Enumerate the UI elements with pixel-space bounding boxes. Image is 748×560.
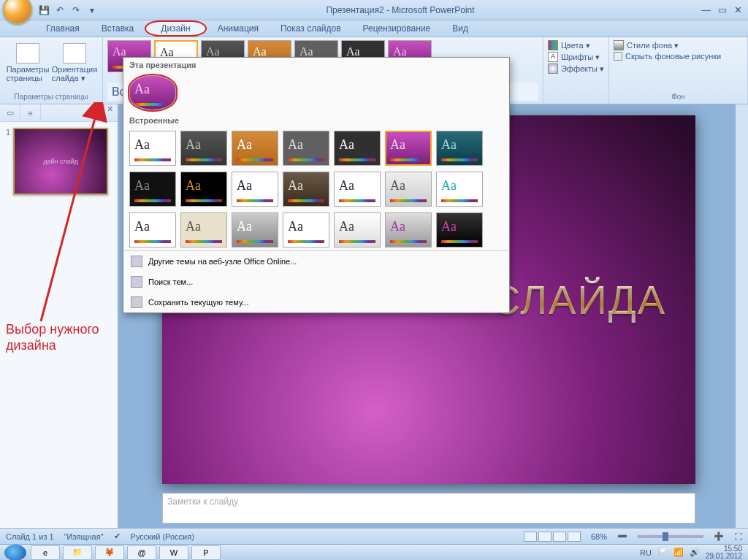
undo-icon[interactable]: ↶ (53, 3, 67, 18)
theme-option[interactable]: Aa (232, 172, 278, 207)
tray-lang[interactable]: RU (640, 548, 652, 557)
tab-design[interactable]: Дизайн (145, 20, 206, 37)
globe-icon (131, 256, 142, 267)
view-buttons[interactable] (524, 532, 581, 542)
tab-animation[interactable]: Анимация (207, 20, 270, 37)
theme-option[interactable]: Aa (283, 172, 329, 207)
tray-clock[interactable]: 15:50 29.01.2012 (706, 545, 742, 560)
fit-slide-icon[interactable]: ⛶ (734, 532, 742, 541)
orientation-label: Ориентация слайда ▾ (52, 65, 97, 83)
tray-network-icon[interactable]: 📶 (673, 548, 684, 557)
theme-option[interactable]: Aa (283, 131, 329, 166)
theme-option[interactable]: Aa (436, 212, 483, 248)
effects-button[interactable]: Эффекты ▾ (548, 64, 604, 74)
spellcheck-icon[interactable]: ✔ (114, 532, 121, 541)
save-current-theme[interactable]: Сохранить текущую тему... (123, 292, 509, 312)
slides-pane-close[interactable]: ✕ (102, 104, 118, 121)
save-icon[interactable]: 💾 (37, 3, 51, 18)
group-label-bg: Фон (614, 93, 743, 101)
annotation-text: Выбор нужного дизайна (6, 321, 99, 353)
theme-option[interactable]: Aa (334, 212, 381, 248)
task-word[interactable]: W (159, 545, 188, 560)
maximize-button[interactable]: ▭ (718, 4, 727, 15)
redo-icon[interactable]: ↷ (69, 3, 83, 18)
themes-gallery: Эта презентация Aa Встроенные AaAaAaAaAa… (123, 57, 510, 313)
system-tray: RU 🏳️ 📶 🔊 15:50 29.01.2012 (640, 545, 748, 560)
group-label-pagesetup: Параметры страницы (4, 93, 98, 101)
task-mail[interactable]: @ (127, 545, 156, 560)
page-setup-button[interactable]: Параметры страницы (4, 40, 51, 83)
close-button[interactable]: ✕ (734, 4, 742, 15)
qat-more-icon[interactable]: ▾ (85, 3, 99, 18)
task-powerpoint[interactable]: P (191, 545, 221, 560)
group-background: Стили фона ▾ Скрыть фоновые рисунки Фон (609, 37, 748, 104)
search-themes[interactable]: Поиск тем... (123, 272, 509, 292)
task-explorer[interactable]: 📁 (63, 545, 92, 560)
zoom-in-icon[interactable]: ➕ (714, 532, 724, 541)
tab-home[interactable]: Главная (35, 20, 91, 37)
tray-flag-icon[interactable]: 🏳️ (657, 548, 668, 557)
theme-option[interactable]: Aa (334, 131, 381, 166)
theme-option[interactable]: Aa (129, 172, 176, 207)
checkbox-icon (614, 52, 622, 61)
slides-pane: ▭ ≡ ✕ 1 дaйн слайд (0, 104, 118, 528)
theme-option[interactable]: Aa (436, 172, 483, 207)
minimize-button[interactable]: — (701, 4, 711, 15)
group-theme-options: Цвета ▾ AШрифты ▾ Эффекты ▾ (543, 37, 609, 104)
theme-option[interactable]: Aa (232, 212, 278, 248)
zoom-out-icon[interactable]: ➖ (617, 532, 627, 541)
theme-current[interactable]: Aa (129, 75, 176, 110)
hide-bg-checkbox[interactable]: Скрыть фоновые рисунки (614, 52, 743, 61)
notes-pane[interactable]: Заметки к слайду (162, 493, 695, 523)
tab-view[interactable]: Вид (441, 20, 479, 37)
taskbar: e 📁 🦊 @ W P RU 🏳️ 📶 🔊 15:50 29.01.2012 (0, 544, 748, 560)
theme-option[interactable]: Aa (180, 131, 227, 166)
fonts-icon: A (548, 52, 558, 62)
task-ie[interactable]: e (31, 545, 60, 560)
theme-option[interactable]: Aa (385, 131, 432, 166)
bg-styles-icon (614, 40, 624, 50)
theme-option[interactable]: Aa (436, 131, 483, 166)
bg-styles-button[interactable]: Стили фона ▾ (614, 40, 743, 50)
theme-option[interactable]: Aa (129, 212, 176, 248)
vertical-scrollbar[interactable] (736, 104, 748, 528)
page-setup-label: Параметры страницы (7, 65, 50, 83)
theme-option[interactable]: Aa (385, 172, 432, 207)
colors-button[interactable]: Цвета ▾ (548, 40, 604, 50)
theme-option[interactable]: Aa (180, 172, 227, 207)
theme-option[interactable]: Aa (283, 212, 329, 248)
orientation-icon (63, 43, 86, 64)
theme-option[interactable]: Aa (334, 172, 381, 207)
group-page-setup: Параметры страницы Ориентация слайда ▾ П… (0, 37, 103, 104)
more-themes-online[interactable]: Другие темы на веб-узле Office Online... (123, 251, 509, 272)
slide-counter: Слайд 1 из 1 (6, 532, 54, 541)
tab-slideshow[interactable]: Показ слайдов (270, 20, 352, 37)
window-title: Презентация2 - Microsoft PowerPoint (99, 5, 701, 15)
folder-icon (131, 276, 142, 288)
ribbon-tabs: Главная Вставка Дизайн Анимация Показ сл… (0, 20, 748, 37)
tab-outline-icon[interactable]: ≡ (20, 104, 41, 121)
orientation-button[interactable]: Ориентация слайда ▾ (51, 40, 98, 83)
tab-review[interactable]: Рецензирование (352, 20, 442, 37)
tab-slides-icon[interactable]: ▭ (0, 104, 20, 121)
theme-option[interactable]: Aa (129, 131, 176, 166)
quick-access-toolbar: 💾 ↶ ↷ ▾ (37, 3, 99, 18)
language-status[interactable]: Русский (Россия) (131, 532, 194, 541)
fonts-button[interactable]: AШрифты ▾ (548, 52, 604, 62)
zoom-percent[interactable]: 68% (591, 532, 607, 541)
zoom-slider[interactable] (638, 535, 703, 538)
slides-pane-tabs: ▭ ≡ ✕ (0, 104, 118, 122)
slide-thumbnail[interactable]: дaйн слайд (13, 128, 108, 195)
gallery-footer: Другие темы на веб-узле Office Online...… (123, 250, 509, 312)
theme-option[interactable]: Aa (385, 212, 432, 248)
theme-option[interactable]: Aa (180, 212, 227, 248)
task-firefox[interactable]: 🦊 (95, 545, 124, 560)
title-bar: 💾 ↶ ↷ ▾ Презентация2 - Microsoft PowerPo… (0, 0, 748, 20)
tab-insert[interactable]: Вставка (91, 20, 145, 37)
theme-option[interactable]: Aa (232, 131, 278, 166)
start-button[interactable] (4, 545, 26, 561)
theme-name: "Изящная" (64, 532, 104, 541)
save-icon (131, 296, 142, 308)
slide-thumb-1[interactable]: 1 дaйн слайд (0, 122, 118, 201)
tray-sound-icon[interactable]: 🔊 (690, 548, 700, 557)
